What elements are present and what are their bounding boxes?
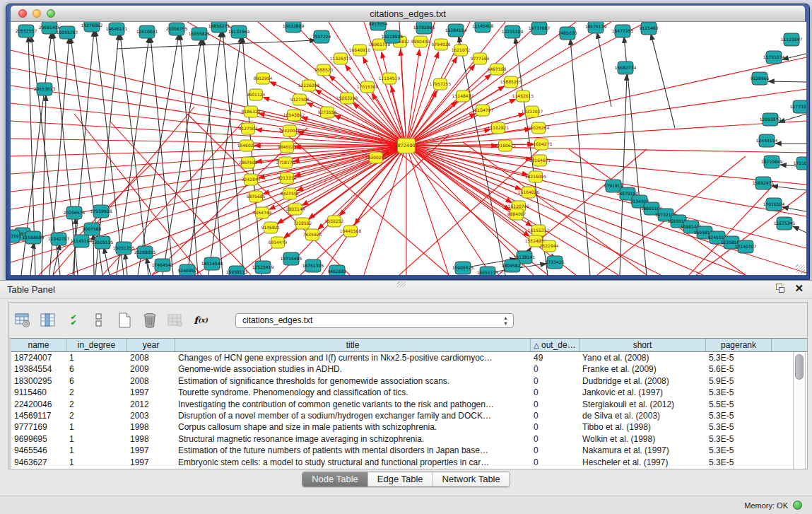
row-height-icon[interactable] bbox=[90, 311, 108, 329]
graph-node-label: 16164797 bbox=[472, 107, 494, 112]
import-table-icon[interactable] bbox=[166, 311, 184, 329]
tab-network-table[interactable]: Network Table bbox=[433, 472, 510, 486]
table-selector-value: citations_edges.txt bbox=[242, 315, 312, 325]
table-row[interactable]: 969969511998Structural magnetic resonanc… bbox=[11, 433, 807, 445]
memory-status-indicator[interactable] bbox=[793, 501, 802, 510]
table-cell: 0 bbox=[531, 399, 579, 410]
table-row[interactable]: 911546021997Tourette syndrome. Phenomeno… bbox=[11, 387, 807, 398]
graph-node-label: 9127503 bbox=[239, 126, 258, 131]
function-builder-icon[interactable]: f(x) bbox=[192, 311, 210, 329]
panel-split-grip[interactable] bbox=[397, 281, 406, 287]
table-cell: Wolkin et al. (1998) bbox=[579, 433, 706, 445]
network-view-window[interactable]: citations_edges.txt 18724007183002951222… bbox=[6, 4, 810, 280]
tab-edge-table[interactable]: Edge Table bbox=[368, 472, 433, 486]
table-cell: 9777169 bbox=[11, 421, 66, 433]
graph-node-label: 9601124 bbox=[247, 92, 266, 97]
network-graph[interactable]: 1872400718300295122260589127508165438622… bbox=[11, 22, 806, 275]
create-table-icon[interactable] bbox=[115, 311, 134, 329]
graph-node-label: 15692971 bbox=[753, 180, 775, 185]
graph-node-label: 16477355 bbox=[612, 28, 634, 33]
table-cell: 6 bbox=[66, 363, 127, 375]
graph-node-label: 9127508 bbox=[290, 97, 310, 102]
table-row[interactable]: 1872400712008Changes of HCN gene express… bbox=[11, 352, 807, 363]
delete-trash-icon[interactable] bbox=[141, 311, 159, 329]
graph-node-label: 3913591 bbox=[11, 233, 22, 238]
graph-node-label: 10441568 bbox=[340, 228, 362, 233]
table-cell: 5.9E-5 bbox=[706, 375, 772, 387]
column-header-name[interactable]: name bbox=[11, 339, 66, 351]
graph-node-label: 19737087 bbox=[529, 25, 551, 30]
table-cell: 5.3E-5 bbox=[706, 352, 772, 363]
tab-node-table[interactable]: Node Table bbox=[302, 472, 368, 486]
table-row[interactable]: 1938455462009Genome-wide association stu… bbox=[11, 363, 807, 375]
combo-arrows-icon: ▲▼ bbox=[503, 315, 508, 327]
column-header-short[interactable]: short bbox=[579, 339, 706, 351]
table-cell: 5.3E-5 bbox=[706, 421, 772, 433]
graph-node-label: 12226058 bbox=[298, 83, 320, 88]
graph-node-label: 11545408 bbox=[472, 23, 494, 28]
table-cell: 2 bbox=[66, 399, 127, 410]
table-row[interactable]: 2242004622012Investigating the contribut… bbox=[11, 399, 807, 410]
graph-edge bbox=[180, 34, 198, 275]
table-cell: Yano et al. (2008) bbox=[579, 352, 706, 363]
column-header-in-degree[interactable]: in_degree bbox=[66, 339, 127, 351]
graph-node-label: 11568689 bbox=[23, 235, 45, 240]
graph-edge bbox=[406, 64, 475, 146]
network-window-titlebar[interactable]: citations_edges.txt bbox=[11, 6, 805, 22]
graph-node-label: 13505135 bbox=[92, 240, 114, 245]
graph-node-label: 18095822 bbox=[502, 263, 524, 268]
graph-node-label: 11462615 bbox=[512, 93, 534, 98]
graph-node-label: 1621072 bbox=[452, 47, 471, 52]
graph-node-label: 12160621 bbox=[495, 143, 517, 148]
table-row[interactable]: 1456911722003Disruption of a novel membe… bbox=[11, 410, 807, 421]
graph-edge bbox=[620, 74, 627, 275]
graph-node-label: 12610651 bbox=[136, 29, 158, 34]
graph-node-label: 8186328 bbox=[242, 109, 261, 114]
table-row[interactable]: 1830029562008Estimation of significance … bbox=[11, 375, 807, 387]
column-header-out-degree[interactable]: △out_de… bbox=[531, 339, 579, 351]
network-canvas[interactable]: 1872400718300295122260589127508165438622… bbox=[11, 22, 806, 275]
table-row[interactable]: 977716911998Corpus callosum shape and si… bbox=[11, 421, 807, 433]
column-header-pagerank[interactable]: pagerank bbox=[706, 339, 772, 351]
graph-node-label: 11154519 bbox=[379, 76, 401, 81]
scrollbar-thumb[interactable] bbox=[795, 354, 804, 380]
table-cell: 49 bbox=[531, 352, 579, 363]
table-cell: 1997 bbox=[127, 387, 175, 398]
graph-edge bbox=[570, 39, 590, 275]
table-cell: 0 bbox=[531, 433, 579, 445]
table-cell: 5.3E-5 bbox=[706, 457, 772, 468]
table-row[interactable]: 946554611997Estimation of the future num… bbox=[11, 445, 807, 456]
column-header-title[interactable]: title bbox=[175, 339, 531, 351]
graph-node-label: 7228592 bbox=[293, 221, 312, 226]
close-icon[interactable]: ✕ bbox=[794, 283, 804, 294]
graph-node-label: 6791913 bbox=[604, 183, 623, 188]
graph-node-label: 17015308 bbox=[357, 84, 379, 89]
graph-node-label: 16055821 bbox=[189, 31, 211, 36]
vertical-scrollbar[interactable] bbox=[793, 352, 806, 469]
table-cell: 5.3E-5 bbox=[706, 445, 772, 456]
graph-node-label: 15148477 bbox=[452, 93, 474, 98]
graph-node-label: 20268055 bbox=[134, 250, 156, 255]
graph-node-label: 9246952 bbox=[178, 268, 197, 273]
table-cell: 2008 bbox=[127, 375, 175, 387]
canvas-resize-grip[interactable] bbox=[796, 264, 805, 274]
select-rows-icon[interactable]: ✔✔ bbox=[64, 311, 83, 329]
graph-node-label: 12773319 bbox=[790, 104, 806, 109]
show-column-icon[interactable] bbox=[39, 311, 57, 329]
table-cell: 1 bbox=[66, 445, 127, 456]
table-cell: 14569117 bbox=[11, 410, 66, 421]
float-window-icon[interactable] bbox=[775, 283, 786, 294]
graph-node-label: 14646171 bbox=[106, 26, 128, 31]
table-cell: Structural magnetic resonance image aver… bbox=[175, 433, 531, 445]
table-mode-icon[interactable] bbox=[13, 311, 32, 329]
table-cell: 5.3E-5 bbox=[706, 387, 772, 398]
graph-node-label: 19131564 bbox=[228, 29, 250, 34]
table-cell: 5.3E-5 bbox=[706, 410, 772, 421]
column-header-year[interactable]: year bbox=[127, 339, 175, 351]
graph-node-label: 12525419 bbox=[252, 264, 274, 269]
table-row[interactable]: 946362711997Embryonic stem cells: a mode… bbox=[11, 457, 807, 468]
graph-node-label: 15782066 bbox=[413, 25, 435, 30]
graph-node-label: 11145194 bbox=[71, 238, 93, 243]
table-selector-combo[interactable]: citations_edges.txt ▲▼ bbox=[235, 313, 514, 328]
graph-edge bbox=[772, 186, 806, 190]
